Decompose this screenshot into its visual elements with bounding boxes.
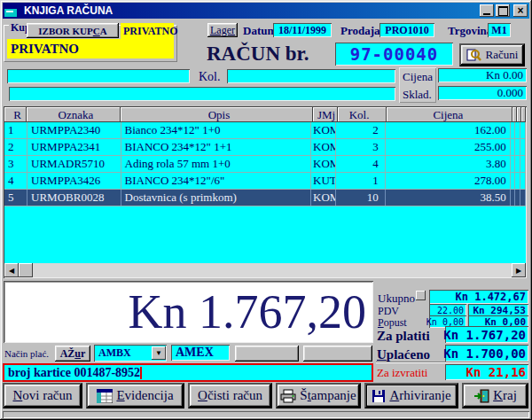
table-row[interactable]: 1 URMPPA2340 Bianco 234*12" 1+0 KOM 2 16… xyxy=(4,122,526,139)
cell-r: 3 xyxy=(4,156,27,172)
arhiviranje-button[interactable]: Arhiviranje xyxy=(364,383,458,408)
cell-oznaka: URMOBR0028 xyxy=(27,190,121,206)
article-name-input[interactable] xyxy=(9,87,395,101)
cell-cijena: 38.50 xyxy=(386,190,511,206)
cell-opis: Dostavnica (s primkom) xyxy=(121,190,312,206)
cell-jmj: KOM xyxy=(311,190,336,206)
cijena-entry-field[interactable]: Kn 0.00 xyxy=(438,68,527,82)
card-number-input[interactable]: broj kartice 001487-8952 xyxy=(3,363,373,382)
table-row[interactable]: 2 URMPPA2341 BIANCO 234*12" 1+1 KOM 3 25… xyxy=(4,139,526,156)
dropdown-arrow-icon[interactable]: ▼ xyxy=(152,346,166,360)
close-icon: × xyxy=(517,6,523,15)
customer-name-main: PRIVATNO xyxy=(7,39,174,58)
col-header-oznaka[interactable]: Oznaka xyxy=(27,107,121,122)
invoice-number-field[interactable]: 97-00040 xyxy=(335,43,453,66)
popust-label: Popust xyxy=(378,316,407,330)
payment-extra-button-1[interactable] xyxy=(235,346,299,362)
cell-oznaka: URMPPA2341 xyxy=(27,139,121,155)
scrollbar-track[interactable] xyxy=(33,263,512,277)
items-table-header: R Oznaka Opis JMj Kol. Cijena xyxy=(4,107,526,122)
cell-r: 1 xyxy=(4,122,27,138)
maximize-button[interactable] xyxy=(496,4,510,17)
cell-cijena: 162.00 xyxy=(386,122,511,138)
cell-opis: BIANCO 234*12" 1+1 xyxy=(121,139,312,155)
cell-r: 2 xyxy=(4,139,27,155)
col-header-kol[interactable]: Kol. xyxy=(338,107,387,122)
cell-r: 5 xyxy=(4,190,27,206)
article-code-input[interactable] xyxy=(7,69,190,83)
prodaja-field[interactable]: PRO1010 xyxy=(379,23,434,37)
arhiviranje-label: Arhiviranje xyxy=(389,388,450,403)
table-row[interactable]: 3 URMADR5710 Ading rola 57 mm 1+0 KOM 4 … xyxy=(4,156,526,173)
window-title: KNJIGA RAČUNA xyxy=(24,4,478,17)
table-row[interactable]: 4 URMPPA3426 BIANCO 234*12"/6" KUT 1 278… xyxy=(4,173,526,190)
col-header-jmj[interactable]: JMj xyxy=(313,107,337,122)
payment-method-select[interactable]: AMBX ▼ xyxy=(94,345,167,362)
cell-oznaka: URMADR5710 xyxy=(27,156,121,172)
sklad-field[interactable]: 0.000 xyxy=(438,86,527,100)
table-empty-area xyxy=(4,206,526,263)
cell-jmj: KOM xyxy=(311,156,336,172)
lager-button[interactable]: Lager xyxy=(207,23,238,37)
card-number-text: broj kartice 001487-8952 xyxy=(8,366,140,380)
scroll-left-button[interactable]: ◀ xyxy=(4,263,19,277)
ukupno-label: Ukupno xyxy=(378,292,415,306)
col-header-opis[interactable]: Opis xyxy=(121,107,313,122)
za-izvratiti-label: Za izvratiti xyxy=(377,366,427,380)
cell-kol: 1 xyxy=(336,173,386,189)
trgovina-field[interactable]: M1 xyxy=(488,23,511,37)
app-icon xyxy=(4,5,17,17)
grid-table-icon xyxy=(97,389,113,403)
cell-kol: 4 xyxy=(336,156,386,172)
datum-field[interactable]: 18/11/1999 xyxy=(273,23,332,37)
racuni-button-label: Računi xyxy=(486,48,519,62)
minimize-icon xyxy=(483,13,490,15)
pdv-value-field: Kn 294,53 xyxy=(468,304,528,316)
pdv-rate-field: 22.00 xyxy=(429,304,466,316)
cell-opis: BIANCO 234*12"/6" xyxy=(121,173,312,189)
evidencija-button[interactable]: Evidencija xyxy=(86,383,184,408)
uplaceno-field: Kn 1.700,00 xyxy=(445,345,528,362)
grand-total-display: Kn 1.767,20 xyxy=(4,281,373,343)
ukupno-detail-button[interactable] xyxy=(416,291,426,300)
scroll-left-icon: ◀ xyxy=(9,267,14,275)
col-header-extra xyxy=(521,107,526,122)
cell-oznaka: URMPPA3426 xyxy=(27,173,121,189)
minimize-button[interactable] xyxy=(480,4,494,17)
cell-opis: Bianco 234*12" 1+0 xyxy=(121,122,312,138)
maximize-icon xyxy=(498,6,508,16)
col-header-r[interactable]: R xyxy=(4,107,27,122)
magnifier-document-icon xyxy=(466,48,482,63)
stampanje-button[interactable]: Štampanje xyxy=(276,383,361,408)
cell-kol: 10 xyxy=(336,190,386,206)
cell-kol: 3 xyxy=(336,139,386,155)
article-qty-input[interactable] xyxy=(227,69,395,83)
kraj-button[interactable]: Kraj xyxy=(462,383,528,408)
evidencija-label: Evidencija xyxy=(116,388,173,403)
payment-method-name-field[interactable]: AMEX xyxy=(171,345,230,361)
prodaja-label: Prodaja: xyxy=(340,24,384,38)
cell-jmj: KUT xyxy=(311,173,336,189)
azur-button[interactable]: AŽur xyxy=(55,346,90,362)
racuni-button[interactable]: Računi xyxy=(459,43,525,66)
cell-cijena: 3.80 xyxy=(386,156,511,172)
novi-racun-button[interactable]: Novi račun xyxy=(3,383,82,408)
col-header-cijena[interactable]: Cijena xyxy=(387,107,512,122)
customer-name-top: PRIVATNO xyxy=(121,23,174,39)
text-caret xyxy=(140,367,142,379)
kraj-label: Kraj xyxy=(493,388,517,403)
horizontal-scrollbar[interactable]: ◀ ▶ xyxy=(4,263,526,277)
totals-separator xyxy=(376,362,528,363)
close-button[interactable]: × xyxy=(513,4,528,17)
table-row-selected[interactable]: 5 URMOBR0028 Dostavnica (s primkom) KOM … xyxy=(4,190,526,206)
title-bar[interactable]: KNJIGA RAČUNA × xyxy=(3,3,529,19)
cell-oznaka: URMPPA2340 xyxy=(27,122,121,138)
ocisti-racun-button[interactable]: Očisti račun xyxy=(188,383,272,408)
payment-extra-button-2[interactable] xyxy=(303,346,372,362)
save-disk-icon xyxy=(372,389,386,403)
scroll-right-button[interactable]: ▶ xyxy=(512,263,526,277)
scrollbar-thumb[interactable] xyxy=(19,263,33,277)
izbor-kupca-button[interactable]: IZBOR KUPCA xyxy=(27,23,119,38)
cell-kol: 2 xyxy=(336,122,386,138)
racun-br-label: RAČUN br. xyxy=(207,43,309,66)
